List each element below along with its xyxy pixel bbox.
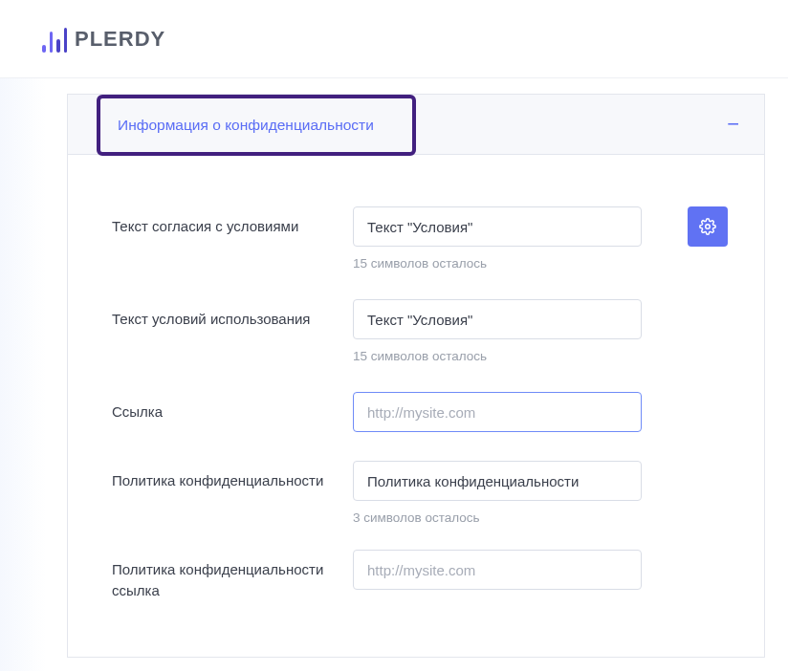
- input-terms-text[interactable]: [353, 299, 642, 339]
- input-privacy-policy-link[interactable]: [353, 550, 642, 590]
- logo-bars-icon: [42, 26, 67, 53]
- brand-name: PLERDY: [75, 27, 165, 52]
- row-agree-text: Текст согласия с условиями 15 символов о…: [112, 206, 728, 271]
- panel-title-highlight: Информация о конфиденциальности: [97, 95, 416, 156]
- hint-terms-text: 15 символов осталось: [353, 349, 728, 363]
- left-shade: [0, 78, 46, 671]
- hint-privacy-policy: 3 символов осталось: [353, 510, 728, 525]
- settings-button[interactable]: [688, 206, 728, 247]
- label-privacy-policy: Политика конфиденциальности: [112, 461, 353, 491]
- panel-title: Информация о конфиденциальности: [118, 117, 374, 134]
- gear-icon: [699, 218, 716, 235]
- input-agree-text[interactable]: [353, 206, 642, 247]
- row-privacy-policy: Политика конфиденциальности 3 символов о…: [112, 461, 728, 525]
- label-privacy-policy-link: Политика конфиденциальности ссылка: [112, 550, 353, 601]
- row-terms-text: Текст условий использования 15 символов …: [112, 299, 728, 363]
- input-privacy-policy[interactable]: [353, 461, 642, 501]
- label-agree-text: Текст согласия с условиями: [112, 206, 353, 237]
- row-privacy-policy-link: Политика конфиденциальности ссылка: [112, 550, 728, 601]
- panel-body: Текст согласия с условиями 15 символов о…: [68, 155, 764, 649]
- label-link: Ссылка: [112, 392, 353, 423]
- input-link[interactable]: [353, 392, 642, 432]
- collapse-icon[interactable]: −: [727, 114, 739, 135]
- brand-logo: PLERDY: [42, 26, 165, 53]
- settings-card: Информация о конфиденциальности − Текст …: [67, 94, 765, 658]
- topbar: PLERDY: [0, 0, 788, 78]
- panel-header[interactable]: Информация о конфиденциальности −: [68, 94, 764, 155]
- svg-point-0: [706, 225, 711, 229]
- row-link: Ссылка: [112, 392, 728, 432]
- label-terms-text: Текст условий использования: [112, 299, 353, 330]
- hint-agree-text: 15 символов осталось: [353, 256, 670, 271]
